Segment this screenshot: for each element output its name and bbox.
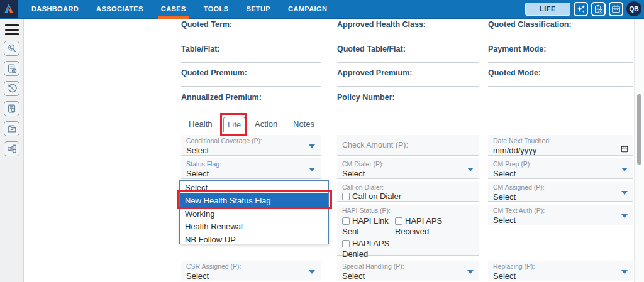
field-label: Quoted Mode: — [488, 67, 633, 77]
tab-action[interactable]: Action — [255, 119, 277, 129]
cm-prep-label: CM Prep (P): — [493, 160, 628, 168]
cm-prep-select[interactable]: CM Prep (P): Select — [488, 158, 633, 179]
document-search-icon — [7, 104, 17, 114]
special-handling-label: Special Handling (P): — [342, 263, 474, 270]
chevron-down-icon — [621, 191, 628, 195]
calendar-icon[interactable] — [621, 145, 628, 153]
hapi-status-field: HAPI Status (P): HAPI Link Sent HAPI APS… — [337, 205, 479, 256]
field-label: Policy Number: — [337, 92, 479, 102]
csr-assigned-value: Select — [186, 271, 316, 281]
date-next-touched-label: Date Next Touched: — [493, 137, 628, 144]
nav-item-cases[interactable]: CASES — [152, 0, 195, 18]
dropdown-option-nb-follow-up[interactable]: NB Follow UP — [180, 233, 328, 246]
check-amount-placeholder: Check Amount (P): — [342, 141, 408, 149]
chevron-down-icon — [467, 168, 474, 171]
cm-assigned-select[interactable]: CM Assigned (P): Select — [488, 182, 633, 202]
conditional-coverage-value: Select — [186, 146, 316, 155]
chevron-down-icon — [309, 168, 315, 171]
clipboard-add-button[interactable] — [591, 2, 606, 16]
clipboard-add-icon — [594, 4, 603, 14]
cm-assigned-label: CM Assigned (P): — [493, 183, 628, 191]
nav-item-tools[interactable]: TOOLS — [195, 0, 238, 18]
folder-files-button[interactable] — [4, 121, 19, 136]
flow-tree-button[interactable] — [4, 141, 19, 156]
sparkles-button[interactable] — [574, 2, 588, 16]
case-summary-col3: Quoted Classification: Payment Mode: Quo… — [488, 19, 633, 92]
calendar-icon — [611, 4, 621, 14]
hapi-aps-denied-checkbox[interactable] — [342, 240, 350, 247]
dropdown-option-new-health-status-flag[interactable]: New Health Status Flag — [180, 193, 328, 207]
chevron-down-icon — [621, 168, 628, 171]
case-summary-col2: Approved Health Class: Quoted Table/Flat… — [337, 19, 479, 116]
cm-dialer-value: Select — [342, 169, 474, 178]
nav-item-associates[interactable]: ASSOCIATES — [87, 0, 152, 18]
status-flag-select[interactable]: Status Flag: Select — [181, 158, 321, 179]
dropdown-option-health-renewal[interactable]: Health Renewal — [180, 220, 328, 233]
special-handling-select[interactable]: Special Handling (P): Select — [337, 261, 479, 281]
call-on-dialer-field: Call on Dialer: Call on Dialer — [337, 182, 479, 202]
cm-text-auth-value: Select — [493, 215, 628, 225]
folder-files-icon — [7, 124, 17, 134]
chevron-down-icon — [621, 270, 628, 274]
search-icon — [7, 43, 17, 53]
app-logo[interactable] — [0, 0, 18, 18]
cm-text-auth-select[interactable]: CM Text Auth (P): Select — [488, 205, 633, 225]
field-label: Table/Flat: — [181, 43, 321, 53]
nav-item-setup[interactable]: SETUP — [237, 0, 279, 18]
case-summary-col1: Quoted Term: Table/Flat: Quoted Premium:… — [181, 19, 321, 116]
cm-text-auth-label: CM Text Auth (P): — [493, 207, 628, 214]
calendar-button[interactable] — [609, 2, 623, 16]
field-label: Quoted Term: — [181, 19, 321, 29]
hapi-link-sent-checkbox[interactable] — [342, 217, 350, 225]
call-on-dialer-checkbox-label: Call on Dialer — [352, 192, 401, 201]
tab-underline — [181, 131, 633, 131]
nav-item-dashboard[interactable]: DASHBOARD — [23, 0, 87, 18]
document-add-icon — [7, 63, 17, 73]
call-on-dialer-checkbox[interactable] — [342, 193, 350, 200]
cm-dialer-select[interactable]: CM Dialer (P): Select — [337, 158, 479, 179]
replacing-label: Replacing (P): — [493, 263, 628, 270]
hapi-aps-received-checkbox[interactable] — [395, 217, 402, 225]
nav-item-campaign[interactable]: CAMPAIGN — [279, 0, 336, 18]
dropdown-option-working[interactable]: Working — [180, 207, 328, 220]
menu-icon[interactable] — [5, 24, 19, 38]
check-amount-input[interactable]: Check Amount (P): — [337, 135, 479, 156]
csr-assigned-select[interactable]: CSR Assigned (P): Select — [181, 261, 321, 281]
main-menu: DASHBOARD ASSOCIATES CASES TOOLS SETUP C… — [23, 0, 336, 18]
field-label: Quoted Table/Flat: — [337, 43, 479, 53]
vertical-scrollbar[interactable] — [634, 19, 644, 282]
history-button[interactable] — [4, 81, 19, 96]
user-badge[interactable]: QB — [626, 1, 641, 16]
life-button[interactable]: LIFE — [525, 3, 570, 16]
call-on-dialer-label: Call on Dialer: — [342, 183, 474, 191]
cm-prep-value: Select — [493, 169, 628, 178]
date-next-touched-input[interactable]: Date Next Touched: mm/dd/yyyy — [488, 135, 633, 156]
field-label: Approved Health Class: — [337, 19, 479, 29]
chevron-down-icon — [309, 270, 315, 274]
conditional-coverage-select[interactable]: Conditional Coverage (P): Select — [181, 135, 321, 156]
scrollbar-thumb[interactable] — [637, 94, 641, 165]
replacing-value: Select — [493, 271, 628, 281]
sparkles-icon — [576, 4, 586, 14]
search-button[interactable] — [4, 41, 19, 56]
tab-life[interactable]: Life — [223, 117, 245, 132]
csr-assigned-label: CSR Assigned (P): — [186, 263, 316, 270]
tab-health[interactable]: Health — [189, 119, 213, 129]
chevron-down-icon — [309, 144, 315, 148]
flow-tree-icon — [7, 144, 17, 154]
document-add-button[interactable] — [4, 61, 19, 76]
cm-assigned-value: Select — [493, 192, 628, 202]
document-search-button[interactable] — [4, 101, 19, 116]
cm-dialer-label: CM Dialer (P): — [342, 160, 474, 168]
dropdown-option-select[interactable]: Select — [180, 181, 328, 193]
chevron-down-icon — [621, 214, 628, 218]
navbar-right-controls: LIFE — [525, 1, 644, 16]
hapi-status-label: HAPI Status (P): — [342, 207, 474, 214]
replacing-select[interactable]: Replacing (P): Select — [488, 261, 633, 281]
field-label: Quoted Premium: — [181, 67, 321, 77]
status-flag-label: Status Flag: — [186, 160, 316, 168]
tab-notes[interactable]: Notes — [293, 119, 314, 129]
field-label: Payment Mode: — [488, 43, 633, 53]
chevron-down-icon — [467, 270, 474, 274]
special-handling-value: Select — [342, 271, 474, 281]
